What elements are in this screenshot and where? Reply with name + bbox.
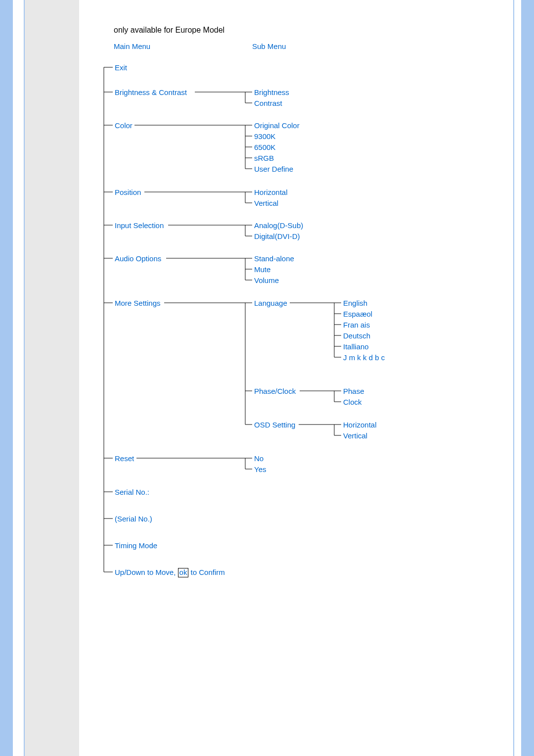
third-osd-vertical: Vertical xyxy=(343,431,367,440)
third-english: English xyxy=(343,299,367,307)
main-instruction: Up/Down to Move, ok to Confirm xyxy=(115,568,225,577)
sidebar-bg xyxy=(25,0,79,756)
header-sub: Sub Menu xyxy=(252,42,286,50)
sub-stand-alone: Stand-alone xyxy=(254,254,294,263)
third-espanol: Espaæol xyxy=(343,310,372,318)
third-osd-horizontal: Horizontal xyxy=(343,421,377,429)
sub-contrast: Contrast xyxy=(254,99,282,107)
third-francais: Fran ais xyxy=(343,321,370,329)
main-audio-options: Audio Options xyxy=(115,254,161,263)
sub-yes: Yes xyxy=(254,465,266,473)
header-main: Main Menu xyxy=(114,42,150,50)
sub-osd-setting: OSD Setting xyxy=(254,421,295,429)
main-color: Color xyxy=(115,121,133,130)
instruction-prefix: Up/Down to Move, xyxy=(115,568,178,576)
third-deutsch: Deutsch xyxy=(343,331,370,340)
main-input-selection: Input Selection xyxy=(115,221,164,230)
note-text: only available for Europe Model xyxy=(114,26,224,35)
sub-srgb: sRGB xyxy=(254,154,274,162)
main-reset: Reset xyxy=(115,454,134,463)
main-brightness-contrast: Brightness & Contrast xyxy=(115,88,187,96)
sub-horizontal: Horizontal xyxy=(254,188,288,196)
sub-vertical: Vertical xyxy=(254,199,278,207)
sub-language: Language xyxy=(254,299,287,307)
main-serial-no-label: Serial No.: xyxy=(115,488,149,496)
content-area: only available for Europe Model Main Men… xyxy=(79,0,512,756)
sub-digital: Digital(DVI-D) xyxy=(254,232,300,240)
sub-original-color: Original Color xyxy=(254,121,300,130)
main-exit: Exit xyxy=(115,63,127,72)
third-japanese: J m k k d b c xyxy=(343,353,385,362)
main-serial-no-value: (Serial No.) xyxy=(115,515,152,523)
third-clock: Clock xyxy=(343,398,362,406)
sub-9300k: 9300K xyxy=(254,132,275,141)
sub-mute: Mute xyxy=(254,265,270,274)
third-phase: Phase xyxy=(343,387,364,395)
main-position: Position xyxy=(115,188,141,196)
sub-no: No xyxy=(254,454,264,463)
sub-analog: Analog(D-Sub) xyxy=(254,221,303,230)
sub-brightness: Brightness xyxy=(254,88,289,96)
sub-6500k: 6500K xyxy=(254,143,275,151)
sub-user-define: User Define xyxy=(254,165,293,173)
main-timing-mode: Timing Mode xyxy=(115,541,157,550)
instruction-suffix: to Confirm xyxy=(188,568,224,576)
sub-phase-clock: Phase/Clock xyxy=(254,387,296,395)
sub-volume: Volume xyxy=(254,276,279,284)
third-italiano: Italliano xyxy=(343,342,369,351)
ok-box: ok xyxy=(178,568,189,577)
main-more-settings: More Settings xyxy=(115,299,161,307)
